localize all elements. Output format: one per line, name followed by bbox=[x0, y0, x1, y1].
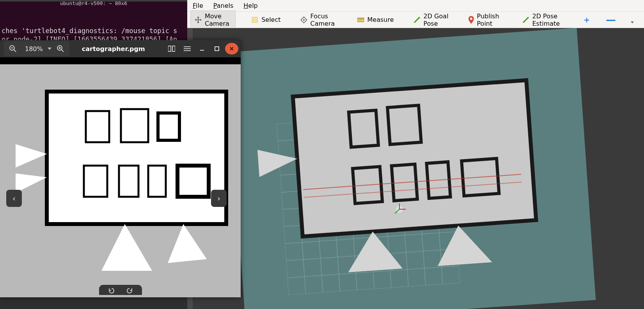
svg-rect-63 bbox=[119, 166, 138, 197]
svg-rect-29 bbox=[387, 105, 421, 144]
tool-label: Move Camera bbox=[205, 12, 231, 27]
toolbar-more-caret-icon[interactable] bbox=[631, 21, 634, 23]
svg-point-4 bbox=[470, 18, 472, 20]
image-viewer-bottom-toolbar bbox=[99, 285, 142, 295]
hamburger-menu-icon bbox=[184, 46, 191, 51]
terminal-titlebar: ubuntu@r4-v500: ~ 80x6 bbox=[0, 0, 187, 2]
svg-rect-48 bbox=[168, 46, 171, 51]
rviz-occupancy-map bbox=[245, 54, 578, 279]
publish-point-icon bbox=[468, 16, 474, 23]
window-maximize-icon bbox=[214, 46, 220, 51]
pose-estimate-icon bbox=[522, 16, 529, 23]
svg-rect-64 bbox=[148, 166, 166, 197]
svg-rect-60 bbox=[121, 109, 148, 142]
previous-image-button[interactable]: ‹ bbox=[6, 190, 22, 207]
rviz-toolbar: Move Camera Select Focus Camera Measure bbox=[187, 12, 644, 28]
toolbar-add-button[interactable]: ＋ bbox=[582, 14, 591, 26]
svg-marker-35 bbox=[346, 230, 403, 272]
chevron-right-icon: › bbox=[217, 194, 220, 203]
menu-help[interactable]: Help bbox=[243, 2, 257, 9]
window-close-button[interactable] bbox=[225, 43, 238, 55]
chevron-left-icon: ‹ bbox=[12, 194, 16, 203]
select-icon bbox=[251, 16, 258, 23]
window-minimize-button[interactable] bbox=[195, 43, 209, 55]
pgm-map-canvas bbox=[0, 64, 241, 297]
rviz-3d-viewport[interactable] bbox=[187, 28, 644, 309]
rotate-ccw-button[interactable] bbox=[106, 286, 117, 295]
svg-marker-34 bbox=[257, 147, 298, 177]
tool-2d-pose-estimate[interactable]: 2D Pose Estimate bbox=[518, 11, 571, 29]
dual-pane-button[interactable] bbox=[164, 42, 179, 55]
rviz-menubar: File Panels Help bbox=[187, 0, 644, 12]
rotate-cw-button[interactable] bbox=[124, 286, 135, 295]
measure-icon bbox=[357, 16, 364, 23]
zoom-control: 180% bbox=[4, 41, 69, 56]
image-viewer-window: 180% cartographer.pgm bbox=[0, 40, 241, 297]
zoom-out-button[interactable] bbox=[5, 42, 20, 55]
tool-move-camera[interactable]: Move Camera bbox=[190, 11, 236, 29]
tool-select[interactable]: Select bbox=[247, 14, 284, 25]
tool-2d-goal-pose[interactable]: 2D Goal Pose bbox=[410, 11, 453, 29]
dual-pane-icon bbox=[168, 46, 175, 52]
svg-line-47 bbox=[62, 50, 64, 52]
window-close-icon bbox=[229, 46, 234, 51]
next-image-button[interactable]: › bbox=[211, 190, 227, 207]
svg-rect-59 bbox=[86, 111, 109, 142]
svg-rect-0 bbox=[252, 17, 257, 23]
svg-marker-36 bbox=[435, 223, 492, 266]
move-camera-icon bbox=[195, 16, 202, 23]
zoom-caret-icon[interactable] bbox=[48, 48, 51, 50]
zoom-out-icon bbox=[9, 45, 16, 52]
rviz-window: File Panels Help Move Camera Select Focu… bbox=[187, 0, 644, 309]
rotate-ccw-icon bbox=[108, 287, 115, 294]
window-maximize-button[interactable] bbox=[210, 43, 224, 55]
tool-label: 2D Pose Estimate bbox=[532, 12, 567, 27]
rviz-robot-marker bbox=[392, 203, 407, 215]
image-viewer-body[interactable]: ‹ › bbox=[0, 57, 241, 297]
rotate-cw-icon bbox=[126, 287, 133, 294]
image-viewer-header: 180% cartographer.pgm bbox=[0, 40, 241, 57]
hamburger-menu-button[interactable] bbox=[180, 42, 195, 55]
tool-label: Publish Point bbox=[477, 12, 503, 27]
window-minimize-icon bbox=[199, 46, 205, 51]
svg-point-2 bbox=[303, 19, 305, 21]
tool-publish-point[interactable]: Publish Point bbox=[465, 11, 507, 29]
svg-rect-62 bbox=[84, 166, 107, 197]
tool-label: 2D Goal Pose bbox=[424, 12, 449, 27]
zoom-in-icon bbox=[57, 45, 64, 52]
svg-rect-28 bbox=[349, 110, 378, 147]
svg-rect-27 bbox=[293, 80, 536, 237]
focus-camera-icon bbox=[300, 16, 307, 23]
tool-measure[interactable]: Measure bbox=[353, 14, 398, 25]
tool-label: Select bbox=[261, 16, 280, 23]
menu-file[interactable]: File bbox=[193, 2, 203, 9]
image-viewer-title: cartographer.pgm bbox=[72, 45, 163, 53]
svg-rect-54 bbox=[215, 47, 219, 51]
tool-label: Focus Camera bbox=[310, 12, 338, 27]
svg-rect-3 bbox=[357, 18, 364, 22]
svg-rect-49 bbox=[172, 46, 175, 51]
svg-line-43 bbox=[14, 50, 16, 52]
zoom-percent-label[interactable]: 180% bbox=[22, 45, 46, 53]
goal-pose-icon bbox=[413, 16, 420, 23]
menu-panels[interactable]: Panels bbox=[213, 2, 234, 9]
zoom-in-button[interactable] bbox=[53, 42, 68, 55]
tool-focus-camera[interactable]: Focus Camera bbox=[296, 11, 342, 29]
tool-label: Measure bbox=[367, 16, 394, 23]
